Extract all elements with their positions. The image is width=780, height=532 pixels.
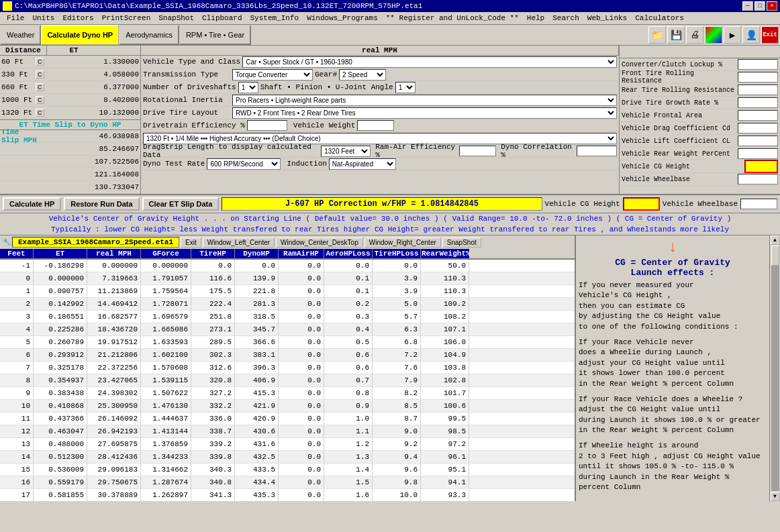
table-cell: 0.0: [279, 260, 324, 272]
tab-window-center[interactable]: Window_Center_DeskTop: [276, 237, 363, 248]
calc-dyno-hp-btn[interactable]: Calculate Dyno HP: [41, 25, 119, 45]
c-btn-60ft[interactable]: C: [36, 58, 44, 66]
dynotest-label: Dyno Test Rate: [143, 160, 205, 168]
toolbar-icon-play[interactable]: ▶: [724, 26, 741, 44]
ramair-input[interactable]: 0.0000: [459, 146, 496, 156]
table-cell: 0.000000: [34, 272, 87, 284]
wheelbase-label: Vehicle Wheelbase: [622, 176, 736, 183]
tab-snapshot[interactable]: SnapShot: [442, 237, 481, 248]
table-cell: 332.2: [191, 400, 235, 412]
c-btn-1000ft[interactable]: C: [36, 96, 44, 104]
tab-exit[interactable]: Exit: [181, 237, 201, 248]
close-btn[interactable]: ×: [767, 1, 777, 11]
vehicle-type-select[interactable]: Car • Super Stock / GT • 1960-1980: [242, 56, 617, 68]
table-cell: 0.260789: [34, 336, 87, 348]
scroll-thumb[interactable]: [771, 246, 779, 266]
menu-calculators[interactable]: Calculators: [631, 13, 688, 23]
weather-btn[interactable]: Weather: [0, 25, 41, 45]
calc-hp-btn[interactable]: Calculate HP: [3, 197, 61, 211]
toolbar-icon-folder[interactable]: 📁: [648, 26, 666, 44]
menu-snapshot[interactable]: SnapShot: [154, 13, 198, 23]
drive-growth-input[interactable]: 50.0000: [738, 97, 778, 108]
frontal-area-input[interactable]: 20.4448: [738, 110, 778, 121]
toolbar-icon-print[interactable]: 🖨: [686, 26, 703, 44]
clear-et-slip-btn[interactable]: Clear ET Slip Data: [142, 197, 220, 211]
accuracy-select[interactable]: 1320 Ft • 1/4 Mile ••• Highest Accuracy …: [143, 133, 617, 144]
drivetrain-input[interactable]: 86.0000: [247, 120, 287, 131]
scrollbar[interactable]: ▲ ▼: [769, 235, 780, 501]
rot-inertia-select[interactable]: Pro Racers • Light-weight Race parts: [232, 95, 617, 106]
cg-height-btn-input[interactable]: 37.000: [623, 197, 660, 211]
menu-file[interactable]: File: [3, 13, 28, 23]
table-row: 80.35493723.4270651.539115320.8406.90.00…: [0, 374, 575, 387]
scroll-down-btn[interactable]: ▼: [771, 492, 780, 501]
table-cell: 19.917512: [87, 336, 141, 348]
table-cell: 1.665086: [141, 323, 191, 335]
et-660ft: 6.377000: [45, 83, 140, 91]
restore-run-btn[interactable]: Restore Run Data: [64, 197, 139, 211]
minimize-btn[interactable]: ─: [742, 1, 753, 11]
menu-printscreen[interactable]: PrintScreen: [98, 13, 155, 23]
scroll-up-btn[interactable]: ▲: [771, 235, 780, 245]
mid-config-panel: real MPH Vehicle Type and Class Car • Su…: [141, 46, 619, 194]
front-rolling-input[interactable]: 0.01000: [738, 72, 778, 83]
rear-weight-input[interactable]: 50.0000: [738, 148, 778, 159]
drag-coeff-input[interactable]: 0.40000: [738, 123, 778, 134]
menu-register[interactable]: ** Register and UnLock_Code **: [382, 13, 523, 23]
gear-select[interactable]: 2 Speed: [339, 69, 386, 81]
dragstrip-select[interactable]: 1320 Feet: [321, 146, 371, 157]
drive-tire-select[interactable]: RWD • 2 Front Tires • 2 Rear Drive Tires: [232, 107, 617, 119]
data-table-area: 🔧 Example_SSIA_1968Camaro_2Speed.eta1 Ex…: [0, 235, 780, 501]
cg-info-row2: Typically : lower CG Height= less Weight…: [0, 224, 780, 235]
toolbar-icon-save[interactable]: 💾: [667, 26, 685, 44]
table-cell: 1.376859: [141, 438, 191, 450]
converter-input[interactable]: 94.0000: [738, 59, 778, 70]
exit-icon: 🔧: [3, 238, 11, 246]
table-cell: 103.8: [421, 362, 469, 374]
maximize-btn[interactable]: □: [754, 1, 765, 11]
wheelbase-input[interactable]: 108.000: [738, 174, 778, 184]
menu-search[interactable]: Search: [548, 13, 583, 23]
c-btn-330ft[interactable]: C: [36, 70, 44, 78]
tab-window-right[interactable]: Window_Right_Center: [364, 237, 441, 248]
toolbar-icon-user[interactable]: 👤: [742, 26, 760, 44]
driveshafts-select[interactable]: 1: [238, 82, 258, 93]
menu-windows[interactable]: Windows_Programs: [303, 13, 382, 23]
table-row: 20.14299214.4694121.728071222.4281.30.00…: [0, 298, 575, 311]
induction-select[interactable]: Nat-Aspirated: [329, 158, 396, 170]
toolbar-icon-exit[interactable]: Exit: [761, 26, 779, 44]
table-cell: 0.0: [279, 349, 324, 361]
veh-weight-input[interactable]: 3336.0: [357, 120, 394, 131]
data-rows: -1-0.1862980.0000000.0000000.00.00.00.00…: [0, 260, 575, 501]
menu-weblinks[interactable]: Web_Links: [583, 13, 631, 23]
c-btn-1320ft[interactable]: C: [36, 109, 44, 117]
table-cell: 1.791057: [141, 272, 191, 284]
table-cell: 0.0: [279, 336, 324, 348]
transmission-select[interactable]: Torque Converter: [232, 69, 313, 81]
real-mph-1320ft: 130.733047: [38, 183, 139, 191]
scroll-track[interactable]: [771, 246, 779, 491]
col-dynohp: DynoHP: [235, 249, 279, 258]
menu-help[interactable]: Help: [523, 13, 548, 23]
dynocorr-input[interactable]: 100.0000: [577, 146, 617, 156]
aerodynamics-btn[interactable]: Aerodynamics: [119, 25, 179, 45]
menu-clipboard[interactable]: Clipboard: [198, 13, 246, 23]
toolbar-icon-color[interactable]: [705, 26, 722, 44]
rear-rolling-input[interactable]: 0.02500: [738, 85, 778, 95]
rpm-tire-gear-btn[interactable]: RPM • Tire • Gear: [179, 25, 251, 45]
tab-bar: 🔧 Example_SSIA_1968Camaro_2Speed.eta1 Ex…: [0, 235, 575, 249]
lift-coeff-input[interactable]: 0.00000: [738, 136, 778, 146]
menu-sysinfo[interactable]: System_Info: [246, 13, 303, 23]
c-btn-660ft[interactable]: C: [36, 83, 44, 91]
table-cell: 0.0: [279, 476, 324, 488]
table-cell: 0.325178: [34, 362, 87, 374]
cg-height-input[interactable]: 37.000: [744, 160, 778, 173]
table-cell: 221.8: [235, 285, 279, 297]
veh-weight-label: Vehicle Weight: [293, 121, 355, 129]
wheelbase-btn-input[interactable]: 108.000: [740, 199, 777, 209]
menu-editors[interactable]: Editors: [58, 13, 97, 23]
menu-units[interactable]: Units: [28, 13, 58, 23]
tab-window-left[interactable]: Window_Left_Center: [203, 237, 275, 248]
shaft-select[interactable]: 1: [395, 82, 416, 93]
dynotest-select[interactable]: 600 RPM/Second: [207, 158, 281, 170]
